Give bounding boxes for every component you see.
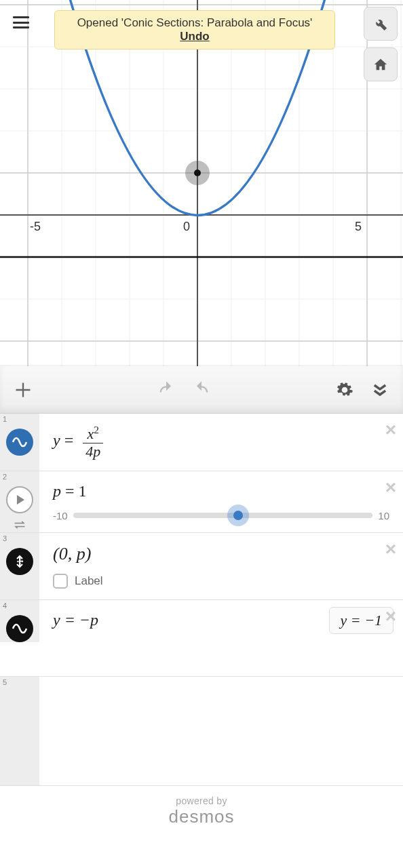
expression-gutter[interactable]: 1: [0, 414, 39, 471]
expression-row[interactable]: 5: [0, 677, 403, 786]
play-icon: [12, 492, 28, 508]
collapse-button[interactable]: [365, 375, 395, 405]
chevron-double-down-icon: [370, 380, 389, 399]
home-icon: [373, 57, 388, 72]
powered-by-label: powered by: [0, 795, 403, 806]
expression-row[interactable]: 1 y = x2 4p ×: [0, 414, 403, 471]
move-icon: [12, 553, 28, 570]
lhs: y: [53, 431, 60, 449]
slider-thumb[interactable]: [227, 505, 249, 526]
hamburger-menu-button[interactable]: [5, 7, 37, 38]
settings-button[interactable]: [330, 375, 360, 405]
point-style-button[interactable]: [6, 548, 33, 575]
expression-input[interactable]: [39, 677, 403, 785]
graph-canvas[interactable]: -5 0 5: [0, 0, 403, 366]
expression-input[interactable]: y = −p y = −1: [39, 600, 403, 642]
row-index: 2: [3, 473, 7, 481]
redo-button[interactable]: [187, 375, 216, 405]
add-expression-button[interactable]: [8, 375, 38, 405]
expression-toolbar: [0, 366, 403, 414]
slider-mode-button[interactable]: [13, 520, 26, 532]
plus-icon: [14, 380, 33, 399]
undo-icon: [157, 380, 176, 399]
wave-icon: [12, 620, 28, 637]
row-index: 4: [3, 601, 7, 610]
slider-min[interactable]: -10: [53, 510, 68, 521]
footer: powered by desmos: [0, 786, 403, 848]
expression-list: 1 y = x2 4p × 2 p =: [0, 414, 403, 786]
line-text: y = −p: [53, 611, 98, 629]
gear-icon: [336, 381, 353, 399]
expression-gutter[interactable]: 5: [0, 677, 39, 785]
evaluated-result: y = −1: [329, 607, 394, 634]
row-index: 3: [3, 534, 7, 542]
wrench-button[interactable]: [364, 7, 398, 41]
redo-icon: [192, 380, 211, 399]
visibility-toggle[interactable]: [6, 429, 33, 456]
delete-row-button[interactable]: ×: [385, 606, 396, 627]
home-button[interactable]: [364, 47, 398, 81]
row-index: 1: [3, 415, 7, 423]
focus-point[interactable]: [194, 170, 201, 176]
slider-value: 1: [79, 482, 87, 500]
undo-link[interactable]: Undo: [180, 30, 209, 43]
brand-name: desmos: [0, 806, 403, 827]
expression-gutter[interactable]: 3: [0, 533, 39, 599]
label-checkbox[interactable]: [53, 574, 68, 589]
wave-icon: [12, 434, 28, 450]
delete-row-button[interactable]: ×: [385, 538, 396, 560]
visibility-toggle[interactable]: [6, 615, 33, 642]
arrows-icon: [13, 520, 26, 530]
expression-row[interactable]: 4 y = −p y = −1 ×: [0, 600, 403, 677]
row-index: 5: [3, 678, 7, 686]
expression-row[interactable]: 3 (0, p) Label ×: [0, 533, 403, 600]
toast-message: Opened 'Conic Sections: Parabola and Foc…: [77, 16, 313, 29]
expression-input[interactable]: (0, p) Label: [39, 533, 403, 599]
expression-gutter[interactable]: 4: [0, 600, 39, 642]
expression-row[interactable]: 2 p = 1 -10 10 ×: [0, 471, 403, 533]
expression-gutter[interactable]: 2: [0, 471, 39, 532]
slider-track[interactable]: [73, 513, 373, 518]
play-animation-button[interactable]: [6, 486, 33, 513]
expression-input[interactable]: p = 1 -10 10: [39, 471, 403, 532]
point-text: (0, p): [53, 544, 91, 564]
delete-row-button[interactable]: ×: [385, 477, 396, 498]
wrench-icon: [373, 16, 388, 31]
slider-var: p: [53, 482, 61, 500]
delete-row-button[interactable]: ×: [385, 419, 396, 441]
expression-input[interactable]: y = x2 4p: [39, 414, 403, 471]
graph-area[interactable]: -5 0 5 Opened 'Conic Sections: Parabola …: [0, 0, 403, 366]
tick-minus5: -5: [30, 220, 41, 233]
slider-max[interactable]: 10: [378, 510, 389, 521]
undo-button[interactable]: [151, 375, 181, 405]
label-checkbox-text: Label: [75, 574, 103, 588]
tick-5: 5: [355, 220, 362, 233]
toast-notification: Opened 'Conic Sections: Parabola and Foc…: [54, 10, 335, 50]
hamburger-icon: [13, 16, 29, 28]
tick-zero: 0: [183, 220, 190, 233]
